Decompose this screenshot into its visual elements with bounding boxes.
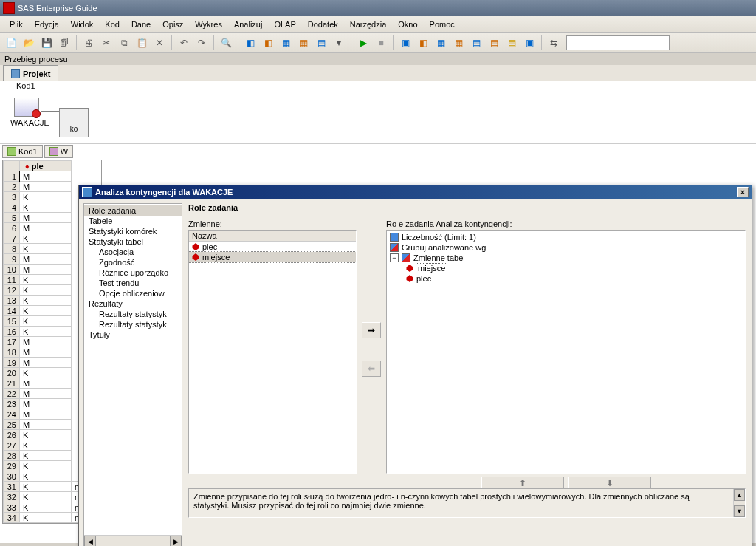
tb-sep xyxy=(213,35,214,50)
workspace: Kod1 WAKACJE ko Kod1 W ♦ ple1M2M3K4K5M6M… xyxy=(0,81,756,543)
flow-node-task[interactable]: ko xyxy=(59,108,89,137)
nav-item[interactable]: Statystyki komórek xyxy=(84,226,182,236)
roles-tree[interactable]: Liczebność (Limit: 1) Grupuj analizowane… xyxy=(386,230,746,474)
tb-combo[interactable] xyxy=(566,35,670,50)
nav-item[interactable]: Rezultaty statystyk xyxy=(84,319,182,330)
tab-projekt[interactable]: Projekt xyxy=(3,65,58,81)
transfer-buttons: ➡ ⬅ xyxy=(361,219,382,480)
menu-analizuj[interactable]: Analizuj xyxy=(229,18,268,30)
nav-item[interactable]: Rezultaty statystyk xyxy=(84,309,182,319)
flow-area: Kod1 WAKACJE ko xyxy=(0,81,756,144)
tb-redo-icon[interactable]: ↷ xyxy=(193,35,210,51)
menu-dodatek[interactable]: Dodatek xyxy=(303,18,343,30)
add-button[interactable]: ➡ xyxy=(362,322,381,338)
tb-stop-icon[interactable]: ■ xyxy=(373,35,389,51)
tb-print-icon[interactable]: 🖨 xyxy=(80,35,97,51)
nav-item[interactable]: Różnice uporządko xyxy=(84,267,182,278)
role-grupuj[interactable]: Grupuj analizowane wg xyxy=(390,242,742,253)
nav-scrollbar[interactable]: ◀ ▶ xyxy=(84,535,182,546)
menu-pomoc[interactable]: Pomoc xyxy=(425,18,460,30)
flow-kod1-label: Kod1 xyxy=(16,81,35,90)
tb-copy-icon[interactable]: ⧉ xyxy=(116,35,132,51)
nav-item[interactable]: Statystyki tabel xyxy=(84,236,182,247)
tb-sep xyxy=(238,35,238,50)
tb-win8-icon[interactable]: ▣ xyxy=(521,35,537,51)
tb-switch-icon[interactable]: ⇆ xyxy=(546,35,562,51)
nav-item[interactable]: Tytuły xyxy=(84,330,182,340)
var-icon xyxy=(192,253,199,261)
nav-pane[interactable]: Role zadaniaTabeleStatystyki komórekStat… xyxy=(83,203,182,546)
tb-saveall-icon[interactable]: 🗐 xyxy=(56,35,72,51)
data-tab-w[interactable]: W xyxy=(44,145,73,158)
variables-list[interactable]: Nazwa plec miejsce xyxy=(188,230,357,474)
tb-win5-icon[interactable]: ▤ xyxy=(468,35,484,51)
menu-narzedzia[interactable]: Narzędzia xyxy=(345,18,392,30)
menu-opisz[interactable]: Opisz xyxy=(157,18,188,30)
tb-task5-icon[interactable]: ▤ xyxy=(313,35,329,51)
tb-sep xyxy=(76,35,77,50)
data-tab-kod1[interactable]: Kod1 xyxy=(2,145,43,158)
tb-delete-icon[interactable]: ✕ xyxy=(151,35,168,51)
tb-win2-icon[interactable]: ◧ xyxy=(415,35,431,51)
description-box: Zmienne przypisane do tej roli służą do … xyxy=(188,488,746,518)
tb-new-icon[interactable]: 📄 xyxy=(3,35,19,51)
tb-paste-icon[interactable]: 📋 xyxy=(134,35,150,51)
menu-plik[interactable]: Plik xyxy=(4,18,28,30)
role-icon xyxy=(390,243,399,252)
nav-item[interactable]: Test trendu xyxy=(84,278,182,288)
remove-button[interactable]: ⬅ xyxy=(362,361,381,377)
tb-task2-icon[interactable]: ◧ xyxy=(260,35,276,51)
menu-dane[interactable]: Dane xyxy=(126,18,156,30)
tb-win3-icon[interactable]: ▦ xyxy=(433,35,449,51)
tb-task6-icon[interactable]: ▾ xyxy=(331,35,347,51)
desc-scrollbar[interactable]: ▲ ▼ xyxy=(733,489,745,517)
tb-cut-icon[interactable]: ✂ xyxy=(98,35,114,51)
tb-undo-icon[interactable]: ↶ xyxy=(176,35,192,51)
close-button[interactable]: × xyxy=(737,187,749,197)
role-zmienne-tabel[interactable]: −Zmienne tabel xyxy=(390,253,742,263)
collapse-icon[interactable]: − xyxy=(390,253,399,262)
flow-node-wakacje[interactable]: WAKACJE xyxy=(10,98,43,134)
nav-item[interactable]: Rezultaty xyxy=(84,298,182,309)
tb-task1-icon[interactable]: ◧ xyxy=(242,35,258,51)
tb-run-icon[interactable]: ▶ xyxy=(355,35,371,51)
tb-zoom-icon[interactable]: 🔍 xyxy=(218,35,234,51)
nav-item[interactable]: Zgodność xyxy=(84,257,182,267)
nav-item[interactable]: Role zadania xyxy=(84,205,182,216)
dialog: Analiza kontyngencji dla WAKACJE × Role … xyxy=(78,185,752,546)
nav-item[interactable]: Opcje obliczeniow xyxy=(84,288,182,298)
var-plec[interactable]: plec xyxy=(189,242,356,252)
menu-kod[interactable]: Kod xyxy=(100,18,125,30)
variables-label: Zmienne: xyxy=(188,219,357,228)
scroll-up-icon[interactable]: ▲ xyxy=(734,489,745,501)
nav-item[interactable]: Asocjacja xyxy=(84,247,182,257)
menu-okno[interactable]: Okno xyxy=(393,18,422,30)
tb-task3-icon[interactable]: ▦ xyxy=(278,35,294,51)
tb-open-icon[interactable]: 📂 xyxy=(21,35,37,51)
variables-header: Nazwa xyxy=(189,231,356,242)
role-var-plec[interactable]: plec xyxy=(390,273,742,284)
tb-sep xyxy=(393,35,394,50)
scroll-right-icon[interactable]: ▶ xyxy=(170,536,182,546)
tb-win6-icon[interactable]: ▤ xyxy=(486,35,502,51)
tb-win1-icon[interactable]: ▣ xyxy=(397,35,413,51)
tb-task4-icon[interactable]: ▦ xyxy=(295,35,312,51)
menu-wykres[interactable]: Wykres xyxy=(190,18,227,30)
role-liczebnosc[interactable]: Liczebność (Limit: 1) xyxy=(390,232,742,242)
tabbar: Projekt xyxy=(0,65,756,81)
scroll-down-icon[interactable]: ▼ xyxy=(734,505,745,517)
dialog-title: Analiza kontyngencji dla WAKACJE xyxy=(95,188,233,197)
role-var-miejsce[interactable]: miejsce xyxy=(390,263,742,273)
tb-sep xyxy=(541,35,542,50)
roles-label: Ro e zadania Analiza kontynqencji: xyxy=(386,219,746,228)
nav-item[interactable]: Tabele xyxy=(84,216,182,226)
app-icon xyxy=(3,2,15,14)
tb-win4-icon[interactable]: ▦ xyxy=(450,35,467,51)
menu-olap[interactable]: OLAP xyxy=(269,18,300,30)
tb-save-icon[interactable]: 💾 xyxy=(38,35,55,51)
menu-widok[interactable]: Widok xyxy=(66,18,99,30)
menu-edycja[interactable]: Edycja xyxy=(30,18,64,30)
tb-win7-icon[interactable]: ▤ xyxy=(504,35,520,51)
scroll-left-icon[interactable]: ◀ xyxy=(84,536,96,546)
var-miejsce[interactable]: miejsce xyxy=(189,252,356,262)
